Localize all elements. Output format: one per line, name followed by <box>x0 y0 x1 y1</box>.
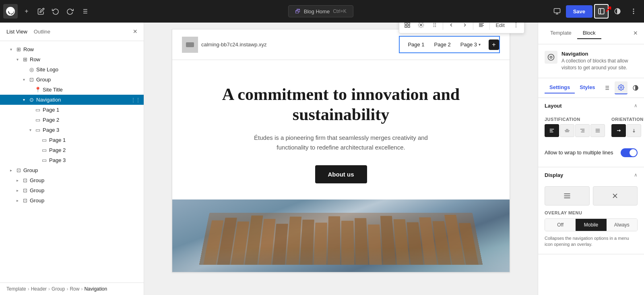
contrast-button[interactable] <box>610 4 625 19</box>
nav-page1-link[interactable]: Page 1 <box>405 40 427 49</box>
overlay-off-button[interactable]: Off <box>545 219 576 231</box>
tab-settings[interactable]: Settings <box>545 82 575 93</box>
more-options-button[interactable] <box>626 4 641 19</box>
wrap-toggle[interactable] <box>621 148 638 157</box>
overlay-menu-title: OVERLAY MENU <box>545 210 638 215</box>
tab-outline[interactable]: Outline <box>34 28 50 35</box>
nav-page3-link[interactable]: Page 3 ▾ <box>457 40 484 49</box>
tab-block[interactable]: Block <box>577 27 601 39</box>
styles-contrast-button[interactable] <box>629 81 642 94</box>
tab-list-view[interactable]: List View <box>6 28 27 35</box>
tree-label: Group <box>30 177 140 183</box>
sidebar: List View Outline × ▾ ⊞ Row ▾ ⊞ Row ▾ ◎ <box>0 23 144 295</box>
toolbar-divider <box>473 23 473 30</box>
nav-add-button[interactable]: + <box>489 39 499 50</box>
canvas-scroll: calming-bb7c24.instawp.xyz <box>144 23 538 279</box>
svg-point-26 <box>433 26 434 27</box>
tab-template[interactable]: Template <box>545 27 577 39</box>
justify-right-button[interactable] <box>575 124 590 137</box>
edit-button[interactable] <box>34 4 48 19</box>
more-options-button[interactable] <box>510 23 522 31</box>
tree-label: Group <box>23 167 140 173</box>
add-block-button[interactable]: + <box>19 4 34 19</box>
tree-item-group2[interactable]: ▸ ⊡ Group <box>0 165 144 175</box>
sidebar-close-button[interactable]: × <box>133 27 137 36</box>
undo-button[interactable] <box>48 4 63 19</box>
tree-item-page3-1[interactable]: ▾ ▭ Page 1 <box>0 135 144 145</box>
blog-home-button[interactable]: 🗗 Blog Home Ctrl+K <box>288 5 353 17</box>
redo-button[interactable] <box>63 4 77 19</box>
rp-section-layout-header[interactable]: Layout ∧ <box>538 98 644 114</box>
breadcrumb-header[interactable]: Header <box>31 286 47 292</box>
block-type-button[interactable] <box>401 23 414 31</box>
tree-item-page3-3[interactable]: ▾ ▭ Page 3 <box>0 155 144 165</box>
chevron-icon[interactable]: ▾ <box>14 57 20 62</box>
toolbar-divider <box>489 23 490 30</box>
nav-page2-link[interactable]: Page 2 <box>431 40 454 49</box>
display-close-button[interactable] <box>593 186 638 206</box>
sidebar-toggle-button[interactable]: ↗ <box>594 4 609 19</box>
blog-home-label: Blog Home <box>304 8 330 15</box>
chevron-icon[interactable]: ▸ <box>14 198 20 203</box>
display-hamburger-button[interactable] <box>545 186 590 206</box>
tree-item-site-title[interactable]: ▾ 📍 Site Title <box>0 85 144 95</box>
breadcrumb-group[interactable]: Group <box>52 286 65 292</box>
orient-vertical-button[interactable] <box>627 124 641 137</box>
list-view-button[interactable] <box>77 4 92 19</box>
justify-center-button[interactable] <box>560 124 574 137</box>
tree-item-page3-2[interactable]: ▾ ▭ Page 2 <box>0 145 144 155</box>
chevron-icon[interactable]: ▸ <box>14 188 20 193</box>
overlay-always-button[interactable]: Always <box>607 219 637 231</box>
breadcrumb-navigation[interactable]: Navigation <box>84 286 107 292</box>
tree-label: Navigation <box>36 97 129 103</box>
tree-item-group5[interactable]: ▸ ⊡ Group <box>0 195 144 206</box>
navigate-left-button[interactable] <box>445 23 458 31</box>
rp-close-button[interactable]: × <box>633 29 638 37</box>
justify-left-button[interactable] <box>545 124 559 137</box>
tab-styles[interactable]: Styles <box>575 82 600 93</box>
tree-item-page3[interactable]: ▾ ▭ Page 3 <box>0 125 144 135</box>
tree-item-page2[interactable]: ▾ ▭ Page 2 <box>0 115 144 125</box>
tree-item-group3[interactable]: ▸ ⊡ Group <box>0 175 144 185</box>
block-options-button[interactable] <box>415 23 427 31</box>
chevron-icon[interactable]: ▸ <box>14 178 20 183</box>
align-button[interactable] <box>475 23 488 31</box>
chevron-icon[interactable]: ▾ <box>27 128 33 132</box>
about-us-button[interactable]: About us <box>315 165 367 183</box>
overlay-mobile-button[interactable]: Mobile <box>576 219 606 231</box>
tree-item-row1[interactable]: ▾ ⊞ Row <box>0 44 144 54</box>
tree-item-page1[interactable]: ▾ ▭ Page 1 <box>0 105 144 115</box>
wp-logo[interactable] <box>3 4 18 19</box>
view-button[interactable] <box>550 4 564 19</box>
canvas-logo-area: calming-bb7c24.instawp.xyz <box>182 37 267 53</box>
tree-item-site-logo[interactable]: ▾ ◎ Site Logo <box>0 64 144 75</box>
drag-button[interactable] <box>428 23 441 31</box>
tree-label: Site Title <box>43 87 140 93</box>
breadcrumb-row[interactable]: Row <box>70 286 79 292</box>
rp-section-display-header[interactable]: Display ∧ <box>538 167 644 183</box>
tree-item-row2[interactable]: ▾ ⊞ Row <box>0 54 144 64</box>
tree-label: Row <box>23 46 140 52</box>
chevron-icon[interactable]: ▾ <box>21 77 27 82</box>
tree-item-group1[interactable]: ▾ ⊡ Group <box>0 75 144 85</box>
edit-button[interactable]: Edit <box>491 23 508 31</box>
settings-gear-button[interactable] <box>615 81 627 94</box>
navigate-right-button[interactable] <box>458 23 471 31</box>
drag-handle[interactable]: ⋮⋮ <box>131 97 140 103</box>
orient-horizontal-button[interactable] <box>611 124 626 137</box>
tree-item-navigation[interactable]: ▾ ⊙ Navigation ⋮⋮ <box>0 95 144 105</box>
justify-space-button[interactable] <box>590 124 605 137</box>
svg-rect-20 <box>408 25 410 27</box>
tree-item-group4[interactable]: ▸ ⊡ Group <box>0 185 144 195</box>
sidebar-header: List View Outline × <box>0 23 144 41</box>
save-button[interactable]: Save <box>566 5 592 18</box>
toolbar-right: Save ↗ <box>550 4 641 19</box>
breadcrumb-template[interactable]: Template <box>6 286 26 292</box>
canvas-area: calming-bb7c24.instawp.xyz <box>144 23 538 295</box>
orientation-label: ORIENTATION <box>611 117 644 122</box>
chevron-icon[interactable]: ▾ <box>8 47 14 52</box>
chevron-icon[interactable]: ▾ <box>21 98 27 102</box>
list-view-icon-button[interactable] <box>600 81 613 94</box>
chevron-icon[interactable]: ▸ <box>8 168 14 172</box>
tree-label: Group <box>30 197 140 204</box>
